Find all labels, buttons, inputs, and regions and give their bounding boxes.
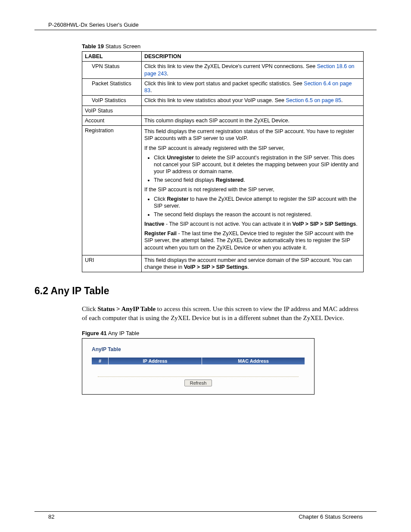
anyip-panel-title: AnyIP Table: [92, 346, 305, 352]
text: If the SIP account is already registered…: [144, 145, 361, 152]
table19-caption-bold: Table 19: [82, 43, 104, 50]
label-voip-statistics: VoIP Statistics: [82, 96, 142, 106]
text: - The SIP account is not active. You can…: [165, 221, 293, 227]
text: Click: [154, 196, 167, 202]
text-bold: VoIP > SIP > SIP Settings: [184, 264, 248, 270]
table-header-row: LABEL DESCRIPTION: [82, 52, 364, 62]
desc-voip-status: [142, 106, 364, 115]
text: Click: [154, 155, 167, 161]
list: Click Register to have the ZyXEL Device …: [144, 196, 361, 218]
page-number: 82: [48, 513, 54, 520]
text: Click this link to view port status and …: [144, 81, 304, 87]
text: .: [341, 97, 342, 103]
list-item: The second field displays the reason the…: [154, 211, 361, 218]
status-table: LABEL DESCRIPTION VPN Status Click this …: [82, 51, 364, 272]
label-packet-statistics: Packet Statistics: [82, 78, 142, 96]
text: If the SIP account is not registered wit…: [144, 186, 361, 193]
section-body: Click Status > AnyIP Table to access thi…: [82, 305, 364, 322]
table-row: VPN Status Click this link to view the Z…: [82, 62, 364, 79]
content: Table 19 Status Screen LABEL DESCRIPTION…: [82, 43, 364, 272]
col-ip-address-header: IP Address: [109, 358, 202, 364]
list: Click Unregister to delete the SIP accou…: [144, 154, 361, 184]
text: The second field displays: [154, 177, 216, 183]
table-row: Registration This field displays the cur…: [82, 126, 364, 255]
link-section-6-5[interactable]: Section 6.5 on page 85: [286, 97, 341, 103]
refresh-button[interactable]: Refresh: [184, 380, 212, 386]
page-header-title: P-2608HWL-Dx Series User's Guide: [48, 22, 377, 28]
text-bold: Status > AnyIP Table: [97, 305, 156, 312]
label-uri: URI: [82, 255, 142, 272]
page: P-2608HWL-Dx Series User's Guide Table 1…: [0, 0, 411, 532]
label-vpn-status: VPN Status: [82, 62, 142, 79]
desc-voip-statistics: Click this link to view statistics about…: [142, 96, 364, 106]
figure41-caption-rest: Any IP Table: [107, 330, 139, 336]
text-bold: Inactive: [144, 221, 165, 227]
table19-caption-rest: Status Screen: [104, 43, 140, 50]
desc-uri: This field displays the account number a…: [142, 255, 364, 272]
list-item: The second field displays Registered.: [154, 177, 361, 184]
text-bold: Register: [167, 196, 189, 202]
desc-vpn-status: Click this link to view the ZyXEL Device…: [142, 62, 364, 79]
col-label-header: LABEL: [82, 52, 142, 62]
label-voip-status: VoIP Status: [82, 106, 142, 115]
page-footer-rule: [34, 511, 377, 512]
desc-account: This column displays each SIP account in…: [142, 115, 364, 125]
desc-registration: This field displays the current registra…: [142, 126, 364, 255]
col-number-header: #: [92, 358, 109, 364]
text-bold: Unregister: [167, 155, 194, 161]
col-mac-address-header: MAC Address: [202, 358, 305, 364]
desc-packet-statistics: Click this link to view port status and …: [142, 78, 364, 96]
text: .: [167, 71, 168, 77]
text-bold: Registered: [216, 177, 244, 183]
list-item: Click Unregister to delete the SIP accou…: [154, 154, 361, 175]
col-desc-header: DESCRIPTION: [142, 52, 364, 62]
label-account: Account: [82, 115, 142, 125]
text: Click this link to view statistics about…: [144, 97, 286, 103]
text: Click this link to view the ZyXEL Device…: [144, 63, 317, 69]
text: Click: [82, 305, 97, 312]
text: Inactive - The SIP account is not active…: [144, 221, 361, 227]
table-row: VoIP Statistics Click this link to view …: [82, 96, 364, 106]
text: Register Fail - The last time the ZyXEL …: [144, 230, 361, 251]
text-bold: VoIP > SIP > SIP Settings: [293, 221, 356, 227]
refresh-row: Refresh: [92, 380, 305, 386]
page-footer: 82 Chapter 6 Status Screens: [34, 511, 377, 520]
text: This field displays the current registra…: [144, 128, 361, 142]
dotted-separator: [98, 376, 299, 377]
table-row: VoIP Status: [82, 106, 364, 115]
text: .: [150, 87, 152, 93]
label-registration: Registration: [82, 126, 142, 255]
text: .: [243, 177, 245, 183]
table19-caption: Table 19 Status Screen: [82, 43, 364, 50]
text-bold: Register Fail: [144, 230, 177, 236]
figure41-caption-bold: Figure 41: [82, 330, 107, 336]
table-row: URI This field displays the account numb…: [82, 255, 364, 272]
section-body-wrap: Click Status > AnyIP Table to access thi…: [82, 305, 364, 395]
table-row: Account This column displays each SIP ac…: [82, 115, 364, 125]
anyip-header-row: # IP Address MAC Address: [92, 358, 305, 364]
page-header-rule: [34, 30, 377, 30]
page-footer-row: 82 Chapter 6 Status Screens: [34, 513, 377, 520]
section-heading-6-2: 6.2 Any IP Table: [34, 285, 377, 297]
text: .: [248, 264, 249, 270]
list-item: Click Register to have the ZyXEL Device …: [154, 196, 361, 210]
anyip-table-panel: AnyIP Table # IP Address MAC Address Ref…: [82, 338, 314, 395]
table-row: Packet Statistics Click this link to vie…: [82, 78, 364, 96]
figure41-caption: Figure 41 Any IP Table: [82, 330, 364, 336]
text: .: [356, 221, 357, 227]
chapter-title: Chapter 6 Status Screens: [299, 513, 363, 520]
